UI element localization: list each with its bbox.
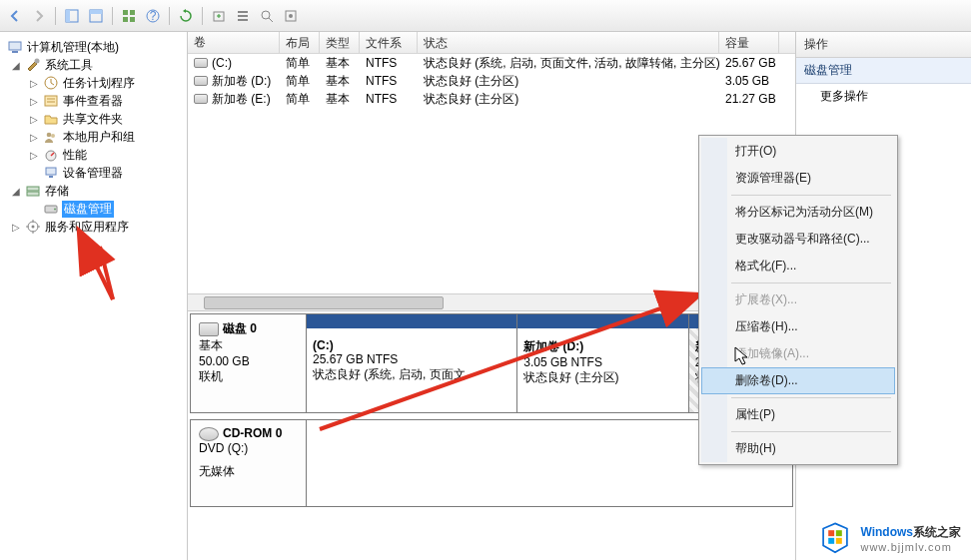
actions-more[interactable]: 更多操作 bbox=[796, 84, 971, 109]
svg-point-29 bbox=[32, 226, 35, 229]
tree-device-manager[interactable]: 设备管理器 bbox=[2, 164, 185, 182]
volume-icon bbox=[194, 94, 208, 104]
volume-list-header: 卷 布局 类型 文件系统 状态 容量 bbox=[188, 32, 795, 54]
col-capacity[interactable]: 容量 bbox=[719, 32, 779, 53]
settings-icon[interactable] bbox=[280, 5, 302, 27]
volume-icon bbox=[194, 76, 208, 86]
context-menu-item[interactable]: 属性(P) bbox=[701, 401, 895, 428]
svg-rect-6 bbox=[123, 17, 128, 22]
disk-icon bbox=[199, 322, 219, 336]
partition-d[interactable]: 新加卷 (D:) 3.05 GB NTFS 状态良好 (主分区) bbox=[517, 314, 689, 412]
users-icon bbox=[43, 129, 59, 145]
tree-task-scheduler[interactable]: ▷任务计划程序 bbox=[2, 74, 185, 92]
svg-rect-22 bbox=[46, 168, 56, 175]
tree-root[interactable]: 计算机管理(本地) bbox=[2, 38, 185, 56]
col-name[interactable]: 卷 bbox=[188, 32, 280, 53]
svg-rect-35 bbox=[829, 538, 835, 544]
context-menu-item: 添加镜像(A)... bbox=[701, 340, 895, 367]
volume-row[interactable]: 新加卷 (E:) 简单 基本 NTFS 状态良好 (主分区) 21.27 GB bbox=[188, 90, 795, 108]
context-menu: 打开(O)资源管理器(E)将分区标记为活动分区(M)更改驱动器号和路径(C)..… bbox=[698, 135, 898, 465]
svg-rect-24 bbox=[27, 187, 39, 191]
find-icon[interactable] bbox=[256, 5, 278, 27]
tree-system-tools[interactable]: ◢ 系统工具 bbox=[2, 56, 185, 74]
tree-local-users[interactable]: ▷本地用户和组 bbox=[2, 128, 185, 146]
svg-point-16 bbox=[35, 59, 40, 64]
services-icon bbox=[25, 219, 41, 235]
folder-shared-icon bbox=[43, 111, 59, 127]
svg-rect-4 bbox=[123, 10, 128, 15]
watermark: Windows系统之家 www.bjjmlv.com bbox=[818, 520, 961, 554]
col-type[interactable]: 类型 bbox=[320, 32, 360, 53]
context-menu-item[interactable]: 帮助(H) bbox=[701, 435, 895, 462]
volume-icon bbox=[194, 58, 208, 68]
tree-storage[interactable]: ◢ 存储 bbox=[2, 182, 185, 200]
twisty-icon[interactable]: ▷ bbox=[28, 131, 40, 143]
export-icon[interactable] bbox=[208, 5, 230, 27]
context-menu-item[interactable]: 删除卷(D)... bbox=[701, 367, 895, 394]
tree-disk-management[interactable]: 磁盘管理 bbox=[2, 200, 185, 218]
actions-header: 操作 bbox=[796, 32, 971, 58]
svg-rect-3 bbox=[90, 10, 102, 14]
context-menu-item[interactable]: 将分区标记为活动分区(M) bbox=[701, 199, 895, 226]
list-icon[interactable] bbox=[232, 5, 254, 27]
tools-icon bbox=[25, 57, 41, 73]
scroll-thumb[interactable] bbox=[204, 296, 444, 309]
cdrom-icon bbox=[199, 427, 219, 441]
refresh-icon[interactable] bbox=[175, 5, 197, 27]
windows-logo-icon bbox=[818, 520, 852, 554]
svg-rect-5 bbox=[130, 10, 135, 15]
view2-icon[interactable] bbox=[85, 5, 107, 27]
volume-row[interactable]: (C:) 简单 基本 NTFS 状态良好 (系统, 启动, 页面文件, 活动, … bbox=[188, 54, 795, 72]
tree-root-label: 计算机管理(本地) bbox=[26, 39, 120, 56]
svg-point-20 bbox=[51, 134, 55, 138]
context-menu-item: 扩展卷(X)... bbox=[701, 286, 895, 313]
twisty-icon[interactable]: ▷ bbox=[28, 95, 40, 107]
svg-rect-25 bbox=[27, 192, 39, 196]
twisty-icon[interactable]: ▷ bbox=[28, 77, 40, 89]
col-fs[interactable]: 文件系统 bbox=[360, 32, 418, 53]
clock-icon bbox=[43, 75, 59, 91]
forward-button[interactable] bbox=[28, 5, 50, 27]
tree-shared-folders[interactable]: ▷共享文件夹 bbox=[2, 110, 185, 128]
view-icon[interactable] bbox=[61, 5, 83, 27]
svg-rect-1 bbox=[66, 10, 70, 22]
context-menu-item[interactable]: 资源管理器(E) bbox=[701, 165, 895, 192]
svg-rect-34 bbox=[836, 530, 842, 536]
volume-row[interactable]: 新加卷 (D:) 简单 基本 NTFS 状态良好 (主分区) 3.05 GB bbox=[188, 72, 795, 90]
twisty-open-icon[interactable]: ◢ bbox=[10, 59, 22, 71]
context-menu-item[interactable]: 格式化(F)... bbox=[701, 253, 895, 280]
toolbar: ? bbox=[0, 0, 971, 32]
svg-rect-15 bbox=[12, 51, 18, 53]
svg-point-11 bbox=[262, 11, 270, 19]
back-button[interactable] bbox=[4, 5, 26, 27]
actions-section[interactable]: 磁盘管理 bbox=[796, 58, 971, 84]
tree-services[interactable]: ▷ 服务和应用程序 bbox=[2, 218, 185, 236]
disk-icon bbox=[43, 201, 59, 217]
computer-icon bbox=[7, 39, 23, 55]
cdrom-header[interactable]: CD-ROM 0 DVD (Q:) 无媒体 bbox=[191, 420, 307, 506]
tree-event-viewer[interactable]: ▷事件查看器 bbox=[2, 92, 185, 110]
svg-point-13 bbox=[289, 14, 293, 18]
twisty-icon[interactable]: ▷ bbox=[10, 221, 22, 233]
context-menu-item[interactable]: 压缩卷(H)... bbox=[701, 313, 895, 340]
col-layout[interactable]: 布局 bbox=[280, 32, 320, 53]
col-status[interactable]: 状态 bbox=[418, 32, 719, 53]
apps-icon[interactable] bbox=[118, 5, 140, 27]
twisty-open-icon[interactable]: ◢ bbox=[10, 185, 22, 197]
svg-rect-23 bbox=[49, 176, 53, 178]
disk-header[interactable]: 磁盘 0 基本 50.00 GB 联机 bbox=[191, 314, 307, 412]
partition-c[interactable]: (C:) 25.67 GB NTFS 状态良好 (系统, 启动, 页面文 bbox=[307, 314, 517, 412]
context-menu-item[interactable]: 打开(O) bbox=[701, 138, 895, 165]
svg-rect-36 bbox=[836, 538, 842, 544]
svg-rect-14 bbox=[9, 42, 21, 50]
help-icon[interactable]: ? bbox=[142, 5, 164, 27]
device-icon bbox=[43, 165, 59, 181]
svg-point-19 bbox=[47, 133, 52, 138]
twisty-icon[interactable]: ▷ bbox=[28, 149, 40, 161]
svg-rect-33 bbox=[829, 530, 835, 536]
tree-performance[interactable]: ▷性能 bbox=[2, 146, 185, 164]
context-menu-item[interactable]: 更改驱动器号和路径(C)... bbox=[701, 226, 895, 253]
svg-point-27 bbox=[54, 209, 56, 211]
svg-text:?: ? bbox=[150, 9, 157, 23]
twisty-icon[interactable]: ▷ bbox=[28, 113, 40, 125]
